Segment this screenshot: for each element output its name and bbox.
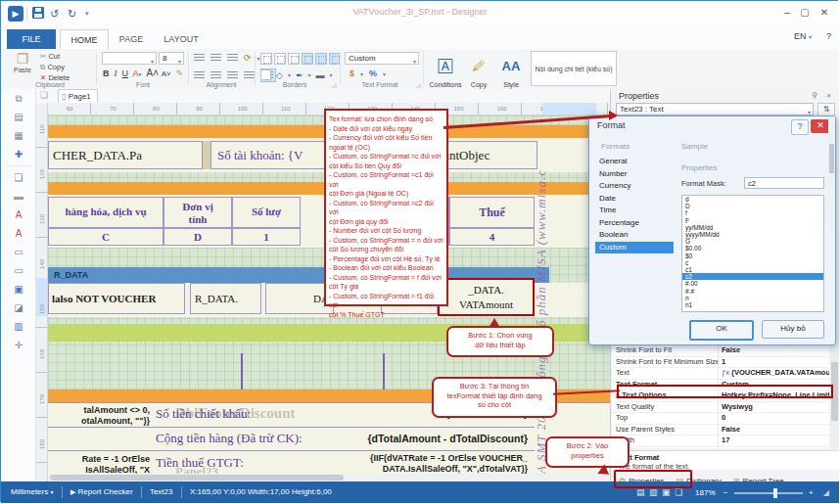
dialog-help-button[interactable]: ? bbox=[791, 119, 809, 135]
format-mask-item[interactable]: c bbox=[682, 259, 823, 266]
format-type-item[interactable]: Date bbox=[595, 193, 674, 206]
property-value[interactable]: Wysiwyg bbox=[719, 402, 829, 413]
horizontal-scrollbar[interactable] bbox=[48, 474, 610, 481]
cancel-button[interactable]: Hủy bỏ bbox=[762, 320, 824, 339]
percent-format-icon[interactable]: % bbox=[369, 69, 377, 78]
pin-tool-icon[interactable]: ✛ bbox=[4, 336, 33, 354]
maximize-button[interactable]: ▢ bbox=[796, 5, 814, 21]
format-type-item[interactable]: Percentage bbox=[595, 217, 674, 230]
borders-dialog-launcher-icon[interactable]: ◿ bbox=[332, 81, 337, 88]
shrink-font-button[interactable]: A˅ bbox=[162, 69, 171, 78]
shading-icon[interactable]: ◇ bbox=[276, 70, 283, 80]
report-cell[interactable]: Rate = -1 OrElse IsAllSaleOff, "X bbox=[48, 454, 150, 474]
component-selector-combo[interactable]: Text23 : Text▾ bbox=[616, 103, 814, 115]
align-right-icon[interactable] bbox=[227, 71, 238, 79]
report-cell[interactable]: C bbox=[48, 228, 163, 246]
report-cell[interactable]: D bbox=[163, 228, 232, 246]
property-value[interactable]: 17 bbox=[719, 435, 829, 446]
align-left-icon[interactable] bbox=[194, 71, 205, 79]
property-value[interactable]: False bbox=[719, 345, 829, 356]
report-cell[interactable]: 4 bbox=[449, 228, 535, 246]
report-cell[interactable]: lalso NOT VOUCHER bbox=[48, 283, 185, 314]
format-mask-item[interactable]: #.# bbox=[682, 288, 823, 295]
image-band-tool-icon[interactable]: ▦ bbox=[4, 126, 33, 145]
align-bottom-icon[interactable] bbox=[227, 54, 238, 62]
pin-icon[interactable]: ⚲ bbox=[812, 91, 817, 100]
rotate-text-icon[interactable]: ⟳ bbox=[244, 53, 252, 63]
mask-list-scrollbar[interactable] bbox=[828, 116, 835, 232]
report-cell[interactable] bbox=[203, 141, 210, 169]
zoom-in-button[interactable]: + bbox=[809, 488, 814, 497]
format-mask-item[interactable]: c2 bbox=[682, 273, 823, 280]
chart-tool-icon[interactable]: ▥ bbox=[4, 317, 33, 336]
border-empty-icon[interactable] bbox=[260, 69, 271, 80]
vertical-ruler[interactable]: 110120130140150160170180 bbox=[36, 103, 48, 481]
zoom-slider[interactable] bbox=[734, 492, 803, 494]
format-type-item[interactable]: Currency bbox=[595, 180, 674, 193]
table-tool-icon[interactable]: ▭ bbox=[4, 261, 33, 280]
italic-button[interactable]: I bbox=[115, 69, 117, 78]
report-cell[interactable]: Cộng tiền hàng (Đã trừ CK): bbox=[156, 431, 303, 446]
panel-close-icon[interactable]: × bbox=[826, 91, 831, 100]
align-justify-icon[interactable] bbox=[244, 71, 255, 79]
tab-home[interactable]: HOME bbox=[60, 29, 109, 49]
report-cell[interactable]: Số tiền chiết khấu: bbox=[156, 406, 251, 422]
report-cell[interactable]: {IIF(dVATRate = -1 OrElse VOUCHER_ DATA.… bbox=[332, 453, 528, 474]
format-mask-item[interactable]: d bbox=[682, 196, 823, 203]
tab-layout[interactable]: LAYOUT bbox=[156, 29, 207, 48]
copy-button[interactable]: ⧉ Copy bbox=[40, 63, 65, 72]
format-type-item[interactable]: General bbox=[595, 156, 674, 168]
close-button[interactable]: ✕ bbox=[816, 5, 833, 21]
language-selector[interactable]: EN ▾ bbox=[794, 31, 812, 41]
format-type-item[interactable]: Time bbox=[595, 205, 674, 217]
text-tool-icon[interactable]: A bbox=[4, 206, 33, 224]
property-row[interactable]: Top 0 bbox=[612, 413, 829, 425]
report-cell[interactable]: talAmount <> 0, otalAmount, "")} bbox=[48, 405, 150, 427]
pages-icon[interactable]: ❏ bbox=[40, 90, 48, 100]
format-mask-item[interactable]: n bbox=[682, 295, 823, 301]
text-format-combo[interactable]: Custom▾ bbox=[345, 52, 419, 65]
format-type-item[interactable]: Boolean bbox=[595, 229, 674, 242]
cut-button[interactable]: ✂ Cut bbox=[40, 52, 60, 61]
picture-band-tool-icon[interactable]: ▤ bbox=[4, 108, 33, 126]
underline-button[interactable]: U bbox=[122, 69, 129, 78]
format-mask-item[interactable]: G bbox=[682, 238, 823, 245]
property-value[interactable]: False bbox=[719, 425, 829, 435]
text-format-dialog-launcher-icon[interactable]: ◿ bbox=[416, 81, 421, 88]
conditions-button[interactable]: 🄰 Conditions bbox=[429, 51, 462, 89]
tab-file[interactable]: FILE bbox=[7, 29, 56, 49]
format-mask-item[interactable]: f bbox=[682, 209, 823, 216]
report-cell[interactable]: R_DATA. bbox=[190, 283, 261, 314]
align-center-icon[interactable] bbox=[210, 71, 221, 79]
style-preview-item[interactable]: Nội dung chi tiết (kiểu số) bbox=[536, 66, 613, 72]
tab-page[interactable]: PAGE bbox=[111, 29, 152, 48]
property-row[interactable]: Text Quality Wysiwyg bbox=[612, 402, 829, 414]
report-checker-button[interactable]: ▶ Report Checker bbox=[70, 487, 133, 496]
page-tab[interactable]: ▯ Page1 bbox=[58, 89, 98, 104]
report-cell[interactable]: hàng hóa, dịch vụ bbox=[48, 197, 163, 228]
report-cell[interactable]: Đơn vị tính bbox=[163, 197, 232, 228]
property-row[interactable]: Word Wrap True bbox=[612, 447, 829, 449]
property-value[interactable]: {VOUCHER_DATA.VATAmountOC} bbox=[719, 368, 829, 379]
zoom-slider-thumb[interactable] bbox=[773, 488, 777, 498]
format-mask-item[interactable]: $0.00 bbox=[682, 245, 823, 252]
border-all-icon[interactable] bbox=[260, 53, 272, 65]
format-type-item[interactable]: Number bbox=[595, 168, 674, 181]
border-outside-icon[interactable] bbox=[288, 53, 300, 65]
units-selector[interactable]: Millimeters ▾ bbox=[11, 487, 53, 496]
report-cell[interactable]: 1 bbox=[232, 228, 301, 246]
minimize-button[interactable]: – bbox=[778, 5, 796, 21]
style-gallery[interactable]: Nội dung chi tiết (kiểu số) bbox=[531, 51, 617, 86]
property-row[interactable]: Text {VOUCHER_DATA.VATAmountOC} bbox=[612, 368, 829, 380]
currency-format-icon[interactable]: $ bbox=[350, 69, 354, 78]
line-style-icon[interactable]: ▬ bbox=[316, 70, 325, 80]
property-row[interactable]: Shrink Font to Fit False bbox=[612, 345, 829, 357]
border-color-icon[interactable]: ✒ bbox=[296, 70, 303, 80]
border-left-icon[interactable] bbox=[302, 53, 313, 65]
align-top-icon[interactable] bbox=[194, 54, 205, 62]
help-button[interactable]: ? bbox=[826, 31, 831, 41]
scrollbar-thumb[interactable] bbox=[829, 144, 834, 173]
report-cell[interactable]: Tiền thuế GTGT: bbox=[156, 455, 244, 471]
report-cell[interactable]: Thuế bbox=[449, 197, 535, 228]
format-mask-item[interactable]: #.00 bbox=[682, 280, 823, 287]
